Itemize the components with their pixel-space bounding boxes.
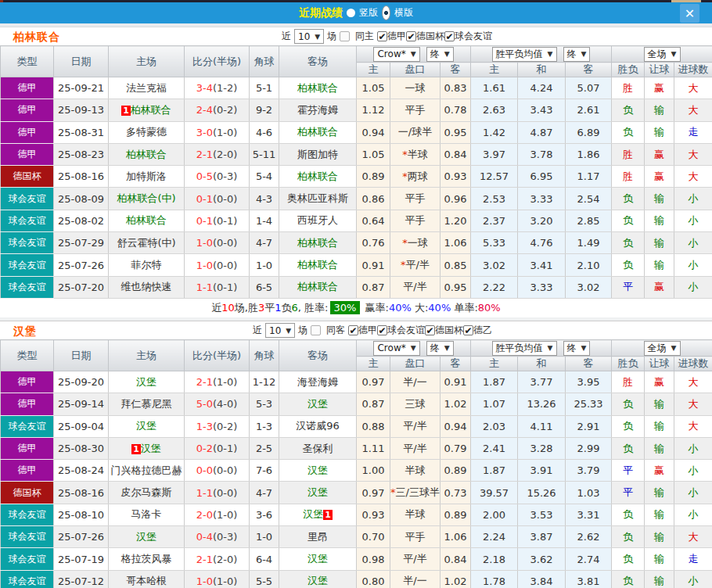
- checkbox-德国杯[interactable]: ✔: [425, 325, 435, 335]
- score-cell: 1-0(0-0): [185, 254, 250, 276]
- checkbox-同客[interactable]: [311, 325, 321, 335]
- handicap-home-odds: 0.98: [357, 548, 390, 570]
- avg-time-select[interactable]: 终▼: [563, 47, 591, 62]
- league-badge: 球会友谊: [1, 570, 54, 588]
- checkbox-label-球会友谊[interactable]: 球会友谊: [387, 324, 425, 337]
- checkbox-德甲[interactable]: ✔: [377, 31, 387, 41]
- avg-select[interactable]: 胜平负均值▼: [492, 341, 557, 356]
- scope-select[interactable]: 全场▼: [644, 47, 681, 62]
- home-team: 1汉堡: [109, 437, 185, 459]
- away-team-name: 西班牙人: [297, 214, 338, 226]
- result-goals: 大: [674, 166, 712, 188]
- corners: 1-4: [250, 210, 279, 231]
- full-time-score: 1-3: [196, 421, 213, 432]
- half-time-score: (0-1): [213, 215, 237, 227]
- caret-down-icon: ▼: [581, 50, 587, 58]
- handicap-away-odds: 0.89: [441, 460, 471, 482]
- radio-horizontal-label[interactable]: 横版: [394, 6, 413, 20]
- handicap-home-odds: 0.91: [357, 254, 390, 276]
- corners: 7-6: [250, 460, 279, 482]
- checkbox-同主[interactable]: [340, 31, 350, 41]
- corners: 5-4: [250, 166, 279, 188]
- radio-vertical-label[interactable]: 竖版: [359, 6, 378, 20]
- corners: 1-0: [250, 254, 279, 276]
- radio-horizontal-layout[interactable]: [382, 5, 390, 20]
- checkbox-label-德国杯[interactable]: 德国杯: [416, 30, 444, 43]
- odds-source-select[interactable]: Crow*▼: [373, 341, 419, 356]
- result-handicap: 赢: [645, 276, 674, 298]
- result-goals: 大: [674, 415, 712, 437]
- handicap-star: *: [401, 259, 406, 271]
- handicap-home-odds: 0.70: [357, 526, 390, 548]
- col-header-1: 日期: [54, 340, 109, 371]
- match-count-select[interactable]: 10▼: [294, 29, 324, 44]
- handicap-away-odds: 1.02: [441, 393, 471, 415]
- home-team: 菲尔特: [109, 254, 185, 276]
- away-team-name: 汉堡: [307, 398, 328, 410]
- scope-select[interactable]: 全场▼: [644, 341, 681, 356]
- summary-segment: 近: [211, 302, 221, 314]
- summary-segment: 场,胜: [235, 302, 258, 314]
- checkbox-球会友谊[interactable]: ✔: [377, 325, 387, 335]
- full-time-score: 0-1: [196, 193, 213, 205]
- avg-draw-odds: 6.95: [518, 166, 566, 188]
- handicap-away-odds: 0.78: [441, 99, 471, 121]
- checkbox-label-德甲[interactable]: 德甲: [387, 30, 406, 43]
- handicap-home-odds: 1.12: [357, 99, 390, 121]
- away-team-name: 奥林匹亚科斯: [287, 192, 348, 204]
- odds-time-select[interactable]: 终▼: [426, 341, 454, 356]
- avg-draw-odds: 4.24: [518, 77, 566, 99]
- result-goals: 大: [674, 526, 712, 548]
- half-time-score: (1-0): [213, 127, 237, 138]
- handicap-away-odds: 1.02: [441, 570, 471, 588]
- checkbox-label-德乙[interactable]: 德乙: [473, 324, 492, 337]
- match-row: 德甲25-09-21法兰克福3-4(1-2)5-1柏林联合1.05一球0.831…: [1, 77, 712, 99]
- checkbox-德乙[interactable]: ✔: [463, 325, 473, 335]
- handicap-home-odds: 0.89: [357, 166, 390, 188]
- full-time-score: 2-4: [196, 104, 213, 116]
- corners: 6-4: [250, 548, 279, 570]
- result-handicap: 输: [645, 437, 674, 459]
- match-count-select[interactable]: 10▼: [265, 323, 295, 338]
- checkbox-label-德甲[interactable]: 德甲: [358, 324, 377, 337]
- away-team-name: 汉堡: [307, 464, 328, 476]
- avg-away-odds: 1.03: [566, 482, 612, 504]
- checkbox-label-同主[interactable]: 同主: [355, 30, 374, 43]
- match-date: 25-09-21: [54, 77, 109, 99]
- col-header-4: 角球: [250, 46, 279, 77]
- checkbox-德国杯[interactable]: ✔: [406, 31, 416, 41]
- away-team: 柏林联合: [279, 232, 357, 254]
- home-team-name: 汉堡: [136, 420, 156, 432]
- odds-time-select[interactable]: 终▼: [426, 47, 454, 62]
- section-team1: 柏林联合近10▼场同主✔德甲✔德国杯✔球会友谊类型日期主场比分(半场)角球客场C…: [0, 27, 712, 317]
- checkbox-label-德国杯[interactable]: 德国杯: [435, 324, 463, 337]
- away-team: 汉堡: [279, 570, 357, 588]
- avg-select[interactable]: 胜平负均值▼: [492, 47, 557, 62]
- match-row: 德甲25-08-24门兴格拉德巴赫0-0(0-0)7-6汉堡1.00半球0.89…: [1, 460, 712, 482]
- checkbox-球会友谊[interactable]: ✔: [444, 31, 455, 41]
- checkbox-label-球会友谊[interactable]: 球会友谊: [455, 30, 492, 43]
- avg-time-select[interactable]: 终▼: [563, 341, 591, 356]
- result-wdl: 胜: [612, 371, 645, 393]
- avg-away-odds: 2.10: [566, 254, 612, 276]
- handicap-line: 平/半: [390, 415, 441, 437]
- close-button[interactable]: ✕: [680, 4, 699, 23]
- odds-source-select[interactable]: Crow*▼: [373, 47, 419, 62]
- away-team: 柏林联合: [279, 166, 357, 188]
- handicap-away-odds: 0.79: [441, 437, 471, 459]
- checkbox-德甲[interactable]: ✔: [348, 325, 358, 335]
- col-header-11: 客: [566, 63, 612, 77]
- away-team: 柏林联合: [279, 121, 357, 143]
- result-goals: 大: [674, 393, 712, 415]
- away-team: 汉堡1: [279, 504, 357, 525]
- league-badge: 德甲: [1, 393, 54, 415]
- avg-away-odds: 25.33: [566, 393, 612, 415]
- match-date: 25-09-20: [54, 371, 109, 393]
- result-handicap: 赢: [645, 371, 674, 393]
- score-cell: 1-1(0-1): [185, 276, 250, 298]
- home-team-name: 柏林联合: [126, 149, 167, 160]
- radio-vertical-layout[interactable]: [347, 9, 355, 17]
- league-badge: 球会友谊: [1, 415, 54, 437]
- checkbox-label-同客[interactable]: 同客: [326, 324, 345, 337]
- avg-home-odds: 2.63: [471, 99, 518, 121]
